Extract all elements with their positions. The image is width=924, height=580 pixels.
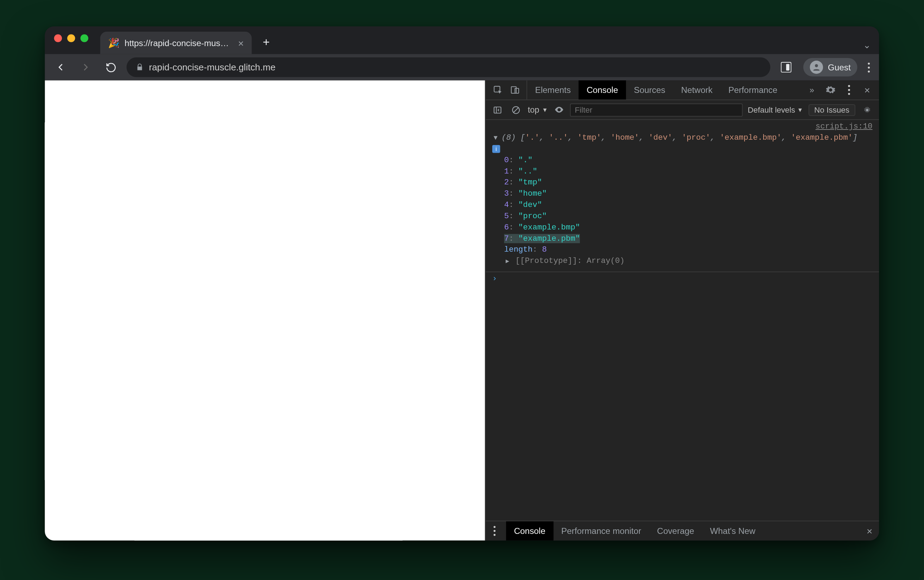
clear-console-icon[interactable]	[510, 103, 523, 116]
forward-button[interactable]	[76, 58, 95, 76]
array-item[interactable]: 6: "example.bmp"	[504, 222, 879, 233]
array-preview: (8) ['.', '..', 'tmp', 'home', 'dev', 'p…	[501, 132, 858, 143]
console-log-entry[interactable]: ▼ (8) ['.', '..', 'tmp', 'home', 'dev', …	[485, 132, 879, 143]
close-tab-icon[interactable]: ×	[238, 38, 244, 48]
minimize-window-button[interactable]	[67, 34, 75, 42]
browser-window: 🎉 https://rapid-concise-muscle.g × + ⌄	[45, 26, 879, 540]
execution-context-selector[interactable]: top▼	[528, 105, 548, 114]
devtools-panel: ElementsConsoleSourcesNetworkPerformance…	[485, 80, 879, 540]
tab-strip: 🎉 https://rapid-concise-muscle.g × + ⌄	[45, 26, 879, 54]
reload-button[interactable]	[102, 58, 120, 76]
drawer-tab-console[interactable]: Console	[506, 521, 553, 540]
devtools-drawer: ConsolePerformance monitorCoverageWhat's…	[485, 521, 879, 540]
log-levels-selector[interactable]: Default levels▼	[748, 105, 803, 114]
array-item[interactable]: 7: "example.pbm"	[504, 233, 879, 245]
inspect-element-icon[interactable]	[491, 83, 504, 96]
devtools-tab-sources[interactable]: Sources	[626, 80, 673, 99]
array-item[interactable]: 5: "proc"	[504, 211, 879, 222]
devtools-tab-performance[interactable]: Performance	[721, 80, 785, 99]
address-bar[interactable]: rapid-concise-muscle.glitch.me	[127, 58, 771, 77]
array-item[interactable]: 0: "."	[504, 155, 879, 166]
array-item[interactable]: 2: "tmp"	[504, 177, 879, 189]
browser-tab[interactable]: 🎉 https://rapid-concise-muscle.g ×	[100, 32, 252, 54]
info-badge-icon[interactable]: i	[492, 145, 500, 153]
more-tabs-icon[interactable]: »	[806, 83, 819, 96]
drawer-menu-icon[interactable]	[485, 523, 503, 539]
tab-search-icon[interactable]: ⌄	[863, 40, 871, 50]
array-expanded: 0: "."1: ".."2: "tmp"3: "home"4: "dev"5:…	[485, 155, 879, 245]
profile-button[interactable]: Guest	[804, 58, 858, 76]
array-item[interactable]: 3: "home"	[504, 189, 879, 200]
tab-title: https://rapid-concise-muscle.g	[125, 38, 233, 48]
close-drawer-icon[interactable]: ×	[860, 526, 879, 537]
tab-favicon: 🎉	[108, 38, 119, 48]
window-controls	[54, 26, 95, 54]
array-prototype-row[interactable]: ▶ [[Prototype]]: Array(0)	[504, 256, 879, 268]
new-tab-button[interactable]: +	[257, 33, 276, 51]
browser-menu-icon[interactable]	[865, 59, 873, 75]
svg-rect-4	[494, 107, 501, 113]
devtools-tab-elements[interactable]: Elements	[527, 80, 579, 99]
devtools-tab-network[interactable]: Network	[673, 80, 720, 99]
drawer-tab-coverage[interactable]: Coverage	[649, 521, 702, 540]
close-devtools-icon[interactable]: ×	[861, 83, 874, 96]
devtools-tabs: ElementsConsoleSourcesNetworkPerformance…	[485, 80, 879, 100]
console-filter-input[interactable]	[571, 103, 742, 116]
console-settings-icon[interactable]	[861, 103, 874, 116]
drawer-tab-performance-monitor[interactable]: Performance monitor	[554, 521, 649, 540]
console-prompt[interactable]: ›	[485, 272, 879, 286]
page-viewport[interactable]	[45, 80, 485, 540]
close-window-button[interactable]	[54, 34, 62, 42]
back-button[interactable]	[51, 58, 70, 76]
content-area: ElementsConsoleSourcesNetworkPerformance…	[45, 80, 879, 540]
device-toolbar-icon[interactable]	[508, 83, 521, 96]
maximize-window-button[interactable]	[81, 34, 88, 42]
issues-button[interactable]: No Issues	[808, 104, 855, 116]
array-length-row[interactable]: length: 8	[504, 245, 879, 256]
devtools-tab-console[interactable]: Console	[579, 80, 626, 99]
svg-rect-2	[511, 87, 516, 93]
svg-point-0	[815, 64, 819, 67]
side-panel-icon[interactable]	[777, 58, 796, 76]
avatar-icon	[810, 61, 823, 74]
array-item[interactable]: 4: "dev"	[504, 199, 879, 211]
console-output[interactable]: script.js:10 ▼ (8) ['.', '..', 'tmp', 'h…	[485, 120, 879, 521]
url-text: rapid-concise-muscle.glitch.me	[149, 62, 276, 72]
array-item[interactable]: 1: ".."	[504, 166, 879, 177]
expand-caret-icon[interactable]: ▼	[492, 132, 499, 143]
drawer-tab-what-s-new[interactable]: What's New	[702, 521, 764, 540]
browser-toolbar: rapid-concise-muscle.glitch.me Guest	[45, 54, 879, 81]
profile-label: Guest	[828, 62, 851, 72]
settings-icon[interactable]	[824, 83, 837, 96]
console-sidebar-toggle-icon[interactable]	[491, 103, 504, 116]
live-expression-icon[interactable]	[553, 103, 565, 116]
lock-icon[interactable]	[136, 63, 143, 71]
devtools-menu-icon[interactable]	[842, 83, 855, 96]
source-link[interactable]: script.js:10	[485, 122, 879, 133]
svg-rect-3	[515, 88, 519, 93]
console-toolbar: top▼ Default levels▼ No Issues	[485, 100, 879, 120]
